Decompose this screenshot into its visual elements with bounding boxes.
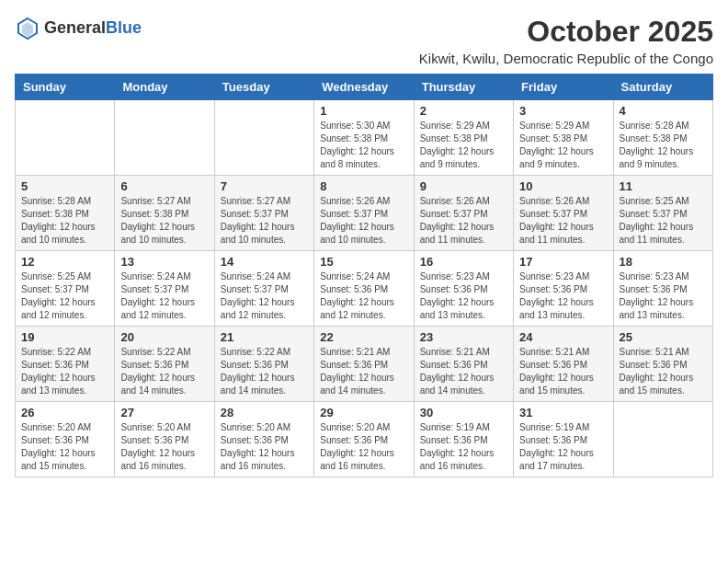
calendar-cell: 27Sunrise: 5:20 AM Sunset: 5:36 PM Dayli… <box>115 402 214 477</box>
calendar-cell: 10Sunrise: 5:26 AM Sunset: 5:37 PM Dayli… <box>514 176 613 251</box>
day-number: 23 <box>420 330 507 344</box>
calendar-cell: 5Sunrise: 5:28 AM Sunset: 5:38 PM Daylig… <box>16 176 115 251</box>
week-row-3: 12Sunrise: 5:25 AM Sunset: 5:37 PM Dayli… <box>16 251 713 327</box>
weekday-header-thursday: Thursday <box>414 75 513 100</box>
calendar-table: SundayMondayTuesdayWednesdayThursdayFrid… <box>15 74 713 477</box>
day-info: Sunrise: 5:29 AM Sunset: 5:38 PM Dayligh… <box>519 120 607 171</box>
calendar-cell: 1Sunrise: 5:30 AM Sunset: 5:38 PM Daylig… <box>314 100 414 176</box>
calendar-cell: 24Sunrise: 5:21 AM Sunset: 5:36 PM Dayli… <box>514 327 613 402</box>
location-title: Kikwit, Kwilu, Democratic Republic of th… <box>419 51 713 66</box>
day-info: Sunrise: 5:22 AM Sunset: 5:36 PM Dayligh… <box>120 346 208 397</box>
day-info: Sunrise: 5:25 AM Sunset: 5:37 PM Dayligh… <box>21 270 108 322</box>
day-info: Sunrise: 5:23 AM Sunset: 5:36 PM Dayligh… <box>420 270 507 322</box>
day-number: 4 <box>620 104 707 118</box>
day-number: 25 <box>620 330 707 344</box>
day-number: 15 <box>320 255 407 269</box>
day-info: Sunrise: 5:21 AM Sunset: 5:36 PM Dayligh… <box>620 346 707 397</box>
logo-text: GeneralBlue <box>44 18 142 38</box>
day-info: Sunrise: 5:22 AM Sunset: 5:36 PM Dayligh… <box>21 346 108 397</box>
calendar-cell: 8Sunrise: 5:26 AM Sunset: 5:37 PM Daylig… <box>314 176 414 251</box>
day-number: 6 <box>120 179 208 193</box>
calendar-cell: 9Sunrise: 5:26 AM Sunset: 5:37 PM Daylig… <box>414 176 513 251</box>
calendar-cell: 11Sunrise: 5:25 AM Sunset: 5:37 PM Dayli… <box>613 176 712 251</box>
weekday-header-tuesday: Tuesday <box>214 75 313 100</box>
calendar-cell: 30Sunrise: 5:19 AM Sunset: 5:36 PM Dayli… <box>414 402 513 477</box>
day-info: Sunrise: 5:20 AM Sunset: 5:36 PM Dayligh… <box>221 421 308 473</box>
day-info: Sunrise: 5:29 AM Sunset: 5:38 PM Dayligh… <box>420 120 507 171</box>
calendar-cell: 26Sunrise: 5:20 AM Sunset: 5:36 PM Dayli… <box>16 402 115 477</box>
day-info: Sunrise: 5:21 AM Sunset: 5:36 PM Dayligh… <box>420 346 507 397</box>
calendar-cell: 2Sunrise: 5:29 AM Sunset: 5:38 PM Daylig… <box>414 100 513 176</box>
weekday-header-sunday: Sunday <box>16 75 115 100</box>
day-number: 14 <box>221 255 308 269</box>
day-number: 8 <box>320 179 407 193</box>
day-info: Sunrise: 5:25 AM Sunset: 5:37 PM Dayligh… <box>620 195 707 247</box>
day-info: Sunrise: 5:28 AM Sunset: 5:38 PM Dayligh… <box>21 195 108 247</box>
day-info: Sunrise: 5:20 AM Sunset: 5:36 PM Dayligh… <box>120 421 208 473</box>
week-row-4: 19Sunrise: 5:22 AM Sunset: 5:36 PM Dayli… <box>16 327 713 402</box>
day-number: 20 <box>120 330 208 344</box>
day-number: 18 <box>620 255 707 269</box>
weekday-header-wednesday: Wednesday <box>314 75 414 100</box>
calendar-cell: 31Sunrise: 5:19 AM Sunset: 5:36 PM Dayli… <box>514 402 613 477</box>
calendar-cell: 17Sunrise: 5:23 AM Sunset: 5:36 PM Dayli… <box>514 251 613 327</box>
weekday-header-saturday: Saturday <box>613 75 712 100</box>
day-number: 27 <box>120 406 208 419</box>
day-info: Sunrise: 5:19 AM Sunset: 5:36 PM Dayligh… <box>420 421 507 473</box>
day-info: Sunrise: 5:28 AM Sunset: 5:38 PM Dayligh… <box>620 120 707 171</box>
day-info: Sunrise: 5:26 AM Sunset: 5:37 PM Dayligh… <box>519 195 607 247</box>
logo-icon <box>15 15 40 40</box>
day-number: 3 <box>519 104 607 118</box>
day-number: 5 <box>21 179 108 193</box>
calendar-cell: 18Sunrise: 5:23 AM Sunset: 5:36 PM Dayli… <box>613 251 712 327</box>
day-number: 30 <box>420 406 507 419</box>
day-info: Sunrise: 5:24 AM Sunset: 5:37 PM Dayligh… <box>120 270 208 322</box>
logo: GeneralBlue <box>15 15 142 40</box>
calendar-cell: 16Sunrise: 5:23 AM Sunset: 5:36 PM Dayli… <box>414 251 513 327</box>
day-number: 11 <box>620 179 707 193</box>
calendar-cell: 19Sunrise: 5:22 AM Sunset: 5:36 PM Dayli… <box>16 327 115 402</box>
calendar-cell: 13Sunrise: 5:24 AM Sunset: 5:37 PM Dayli… <box>115 251 214 327</box>
calendar-cell: 23Sunrise: 5:21 AM Sunset: 5:36 PM Dayli… <box>414 327 513 402</box>
day-number: 2 <box>420 104 507 118</box>
day-number: 29 <box>320 406 407 419</box>
day-info: Sunrise: 5:20 AM Sunset: 5:36 PM Dayligh… <box>21 421 108 473</box>
calendar-cell <box>115 100 214 176</box>
day-info: Sunrise: 5:23 AM Sunset: 5:36 PM Dayligh… <box>620 270 707 322</box>
week-row-2: 5Sunrise: 5:28 AM Sunset: 5:38 PM Daylig… <box>16 176 713 251</box>
day-number: 7 <box>221 179 308 193</box>
day-info: Sunrise: 5:19 AM Sunset: 5:36 PM Dayligh… <box>519 421 607 473</box>
calendar-cell <box>214 100 313 176</box>
day-number: 28 <box>221 406 308 419</box>
weekday-header-row: SundayMondayTuesdayWednesdayThursdayFrid… <box>16 75 713 100</box>
day-info: Sunrise: 5:26 AM Sunset: 5:37 PM Dayligh… <box>420 195 507 247</box>
month-title: October 2025 <box>419 15 713 49</box>
calendar-cell: 29Sunrise: 5:20 AM Sunset: 5:36 PM Dayli… <box>314 402 414 477</box>
weekday-header-monday: Monday <box>115 75 214 100</box>
calendar-cell: 28Sunrise: 5:20 AM Sunset: 5:36 PM Dayli… <box>214 402 313 477</box>
title-block: October 2025 Kikwit, Kwilu, Democratic R… <box>419 15 713 66</box>
day-number: 21 <box>221 330 308 344</box>
day-number: 17 <box>519 255 607 269</box>
day-number: 9 <box>420 179 507 193</box>
calendar-cell: 20Sunrise: 5:22 AM Sunset: 5:36 PM Dayli… <box>115 327 214 402</box>
day-number: 24 <box>519 330 607 344</box>
day-number: 26 <box>21 406 108 419</box>
svg-marker-1 <box>22 22 33 37</box>
day-info: Sunrise: 5:22 AM Sunset: 5:36 PM Dayligh… <box>221 346 308 397</box>
calendar-cell: 6Sunrise: 5:27 AM Sunset: 5:38 PM Daylig… <box>115 176 214 251</box>
calendar-cell: 22Sunrise: 5:21 AM Sunset: 5:36 PM Dayli… <box>314 327 414 402</box>
day-info: Sunrise: 5:30 AM Sunset: 5:38 PM Dayligh… <box>320 120 407 171</box>
week-row-1: 1Sunrise: 5:30 AM Sunset: 5:38 PM Daylig… <box>16 100 713 176</box>
calendar-cell: 4Sunrise: 5:28 AM Sunset: 5:38 PM Daylig… <box>613 100 712 176</box>
calendar-cell: 25Sunrise: 5:21 AM Sunset: 5:36 PM Dayli… <box>613 327 712 402</box>
page-header: GeneralBlue October 2025 Kikwit, Kwilu, … <box>15 15 713 66</box>
calendar-cell: 21Sunrise: 5:22 AM Sunset: 5:36 PM Dayli… <box>214 327 313 402</box>
calendar-cell <box>16 100 115 176</box>
calendar-cell: 14Sunrise: 5:24 AM Sunset: 5:37 PM Dayli… <box>214 251 313 327</box>
day-number: 10 <box>519 179 607 193</box>
day-number: 1 <box>320 104 407 118</box>
day-info: Sunrise: 5:24 AM Sunset: 5:36 PM Dayligh… <box>320 270 407 322</box>
day-number: 12 <box>21 255 108 269</box>
calendar-cell: 15Sunrise: 5:24 AM Sunset: 5:36 PM Dayli… <box>314 251 414 327</box>
